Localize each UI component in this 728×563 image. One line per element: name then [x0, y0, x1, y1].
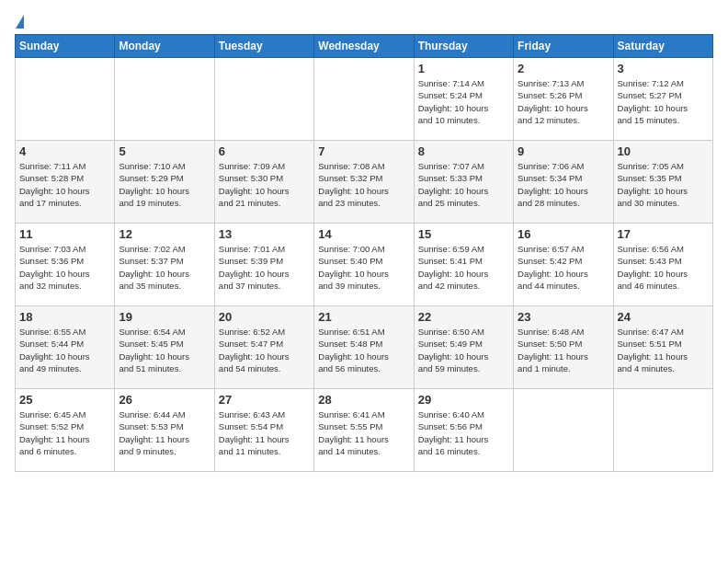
calendar-cell: 11Sunrise: 7:03 AM Sunset: 5:36 PM Dayli…: [16, 224, 115, 306]
day-info: Sunrise: 7:07 AM Sunset: 5:33 PM Dayligh…: [418, 160, 509, 209]
calendar-cell: 18Sunrise: 6:55 AM Sunset: 5:44 PM Dayli…: [16, 306, 115, 389]
calendar-cell: 6Sunrise: 7:09 AM Sunset: 5:30 PM Daylig…: [214, 141, 313, 224]
day-number: 20: [219, 310, 310, 324]
day-info: Sunrise: 6:54 AM Sunset: 5:45 PM Dayligh…: [119, 326, 210, 374]
day-header: Friday: [514, 35, 613, 58]
day-number: 5: [119, 144, 210, 158]
calendar-cell: 21Sunrise: 6:51 AM Sunset: 5:48 PM Dayli…: [314, 306, 414, 389]
day-number: 24: [618, 310, 709, 324]
day-number: 27: [219, 393, 310, 407]
logo: [15, 15, 24, 27]
calendar-cell: [214, 58, 313, 141]
calendar-cell: 14Sunrise: 7:00 AM Sunset: 5:40 PM Dayli…: [314, 224, 414, 306]
day-info: Sunrise: 6:59 AM Sunset: 5:41 PM Dayligh…: [418, 243, 509, 292]
calendar-cell: 5Sunrise: 7:10 AM Sunset: 5:29 PM Daylig…: [115, 141, 214, 224]
day-info: Sunrise: 7:11 AM Sunset: 5:28 PM Dayligh…: [19, 160, 110, 209]
day-info: Sunrise: 7:00 AM Sunset: 5:40 PM Dayligh…: [318, 243, 409, 292]
calendar-cell: 7Sunrise: 7:08 AM Sunset: 5:32 PM Daylig…: [314, 141, 414, 224]
calendar-cell: 26Sunrise: 6:44 AM Sunset: 5:53 PM Dayli…: [115, 389, 214, 472]
day-number: 14: [318, 227, 409, 241]
day-number: 8: [418, 144, 509, 158]
day-number: 19: [119, 310, 210, 324]
day-info: Sunrise: 7:13 AM Sunset: 5:26 PM Dayligh…: [518, 77, 609, 126]
calendar-cell: [613, 389, 712, 472]
day-info: Sunrise: 6:45 AM Sunset: 5:52 PM Dayligh…: [19, 408, 110, 457]
day-header: Saturday: [613, 35, 712, 58]
calendar-cell: 12Sunrise: 7:02 AM Sunset: 5:37 PM Dayli…: [115, 224, 214, 306]
calendar-cell: [115, 58, 214, 141]
calendar-cell: 24Sunrise: 6:47 AM Sunset: 5:51 PM Dayli…: [613, 306, 712, 389]
day-number: 1: [418, 62, 509, 75]
calendar-cell: 23Sunrise: 6:48 AM Sunset: 5:50 PM Dayli…: [514, 306, 613, 389]
day-info: Sunrise: 6:51 AM Sunset: 5:48 PM Dayligh…: [318, 326, 409, 374]
day-number: 26: [119, 393, 210, 407]
calendar-cell: 8Sunrise: 7:07 AM Sunset: 5:33 PM Daylig…: [414, 141, 513, 224]
day-number: 2: [518, 62, 609, 75]
calendar-cell: 16Sunrise: 6:57 AM Sunset: 5:42 PM Dayli…: [514, 224, 613, 306]
day-info: Sunrise: 6:57 AM Sunset: 5:42 PM Dayligh…: [518, 243, 609, 292]
calendar-cell: 15Sunrise: 6:59 AM Sunset: 5:41 PM Dayli…: [414, 224, 513, 306]
calendar-cell: 4Sunrise: 7:11 AM Sunset: 5:28 PM Daylig…: [16, 141, 115, 224]
day-info: Sunrise: 6:50 AM Sunset: 5:49 PM Dayligh…: [418, 326, 509, 374]
day-number: 18: [19, 310, 110, 324]
calendar-cell: 13Sunrise: 7:01 AM Sunset: 5:39 PM Dayli…: [214, 224, 313, 306]
calendar-table: SundayMondayTuesdayWednesdayThursdayFrid…: [15, 34, 713, 472]
day-number: 25: [19, 393, 110, 407]
day-info: Sunrise: 7:08 AM Sunset: 5:32 PM Dayligh…: [318, 160, 409, 209]
day-header: Wednesday: [314, 35, 414, 58]
day-info: Sunrise: 7:10 AM Sunset: 5:29 PM Dayligh…: [119, 160, 210, 209]
day-info: Sunrise: 7:14 AM Sunset: 5:24 PM Dayligh…: [418, 77, 509, 126]
day-number: 28: [318, 393, 409, 407]
day-number: 29: [418, 393, 509, 407]
day-info: Sunrise: 7:02 AM Sunset: 5:37 PM Dayligh…: [119, 243, 210, 292]
day-header: Monday: [115, 35, 214, 58]
calendar-cell: 1Sunrise: 7:14 AM Sunset: 5:24 PM Daylig…: [414, 58, 513, 141]
day-info: Sunrise: 6:55 AM Sunset: 5:44 PM Dayligh…: [19, 326, 110, 374]
calendar-cell: 22Sunrise: 6:50 AM Sunset: 5:49 PM Dayli…: [414, 306, 513, 389]
calendar-cell: 3Sunrise: 7:12 AM Sunset: 5:27 PM Daylig…: [613, 58, 712, 141]
day-number: 17: [618, 227, 709, 241]
calendar-cell: [514, 389, 613, 472]
day-number: 10: [618, 144, 709, 158]
day-number: 6: [219, 144, 310, 158]
day-number: 4: [19, 144, 110, 158]
day-info: Sunrise: 7:09 AM Sunset: 5:30 PM Dayligh…: [219, 160, 310, 209]
day-number: 11: [19, 227, 110, 241]
day-info: Sunrise: 6:43 AM Sunset: 5:54 PM Dayligh…: [219, 408, 310, 457]
day-info: Sunrise: 6:48 AM Sunset: 5:50 PM Dayligh…: [518, 326, 609, 374]
calendar-cell: 19Sunrise: 6:54 AM Sunset: 5:45 PM Dayli…: [115, 306, 214, 389]
day-info: Sunrise: 7:06 AM Sunset: 5:34 PM Dayligh…: [518, 160, 609, 209]
day-number: 23: [518, 310, 609, 324]
day-header: Thursday: [414, 35, 513, 58]
calendar-cell: 20Sunrise: 6:52 AM Sunset: 5:47 PM Dayli…: [214, 306, 313, 389]
day-number: 22: [418, 310, 509, 324]
calendar-cell: 29Sunrise: 6:40 AM Sunset: 5:56 PM Dayli…: [414, 389, 513, 472]
day-info: Sunrise: 6:47 AM Sunset: 5:51 PM Dayligh…: [618, 326, 709, 374]
day-info: Sunrise: 7:05 AM Sunset: 5:35 PM Dayligh…: [618, 160, 709, 209]
day-number: 13: [219, 227, 310, 241]
calendar-cell: 9Sunrise: 7:06 AM Sunset: 5:34 PM Daylig…: [514, 141, 613, 224]
day-info: Sunrise: 6:56 AM Sunset: 5:43 PM Dayligh…: [618, 243, 709, 292]
day-header: Tuesday: [214, 35, 313, 58]
day-info: Sunrise: 7:03 AM Sunset: 5:36 PM Dayligh…: [19, 243, 110, 292]
day-info: Sunrise: 6:52 AM Sunset: 5:47 PM Dayligh…: [219, 326, 310, 374]
page-header: [15, 15, 713, 27]
day-header: Sunday: [16, 35, 115, 58]
day-number: 9: [518, 144, 609, 158]
day-number: 3: [618, 62, 709, 75]
calendar-cell: 2Sunrise: 7:13 AM Sunset: 5:26 PM Daylig…: [514, 58, 613, 141]
calendar-cell: [314, 58, 414, 141]
calendar-cell: [16, 58, 115, 141]
calendar-cell: 28Sunrise: 6:41 AM Sunset: 5:55 PM Dayli…: [314, 389, 414, 472]
day-number: 12: [119, 227, 210, 241]
day-number: 15: [418, 227, 509, 241]
day-info: Sunrise: 6:41 AM Sunset: 5:55 PM Dayligh…: [318, 408, 409, 457]
day-info: Sunrise: 6:40 AM Sunset: 5:56 PM Dayligh…: [418, 408, 509, 457]
day-number: 16: [518, 227, 609, 241]
calendar-cell: 17Sunrise: 6:56 AM Sunset: 5:43 PM Dayli…: [613, 224, 712, 306]
calendar-cell: 25Sunrise: 6:45 AM Sunset: 5:52 PM Dayli…: [16, 389, 115, 472]
day-info: Sunrise: 6:44 AM Sunset: 5:53 PM Dayligh…: [119, 408, 210, 457]
day-number: 7: [318, 144, 409, 158]
calendar-cell: 27Sunrise: 6:43 AM Sunset: 5:54 PM Dayli…: [214, 389, 313, 472]
calendar-cell: 10Sunrise: 7:05 AM Sunset: 5:35 PM Dayli…: [613, 141, 712, 224]
